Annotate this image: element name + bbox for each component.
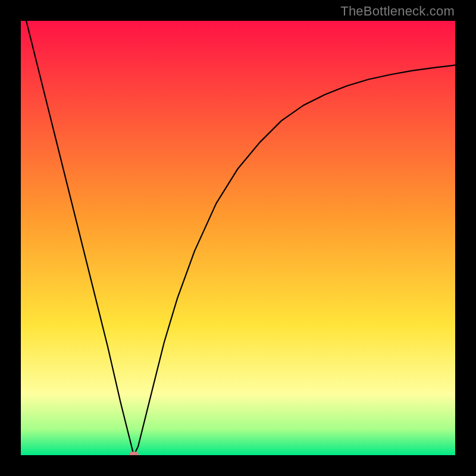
chart-frame: TheBottleneck.com: [0, 0, 476, 476]
watermark-text: TheBottleneck.com: [340, 4, 455, 19]
optimum-marker: [129, 452, 139, 455]
plot-area: [21, 21, 455, 455]
bottleneck-curve: [21, 21, 455, 455]
